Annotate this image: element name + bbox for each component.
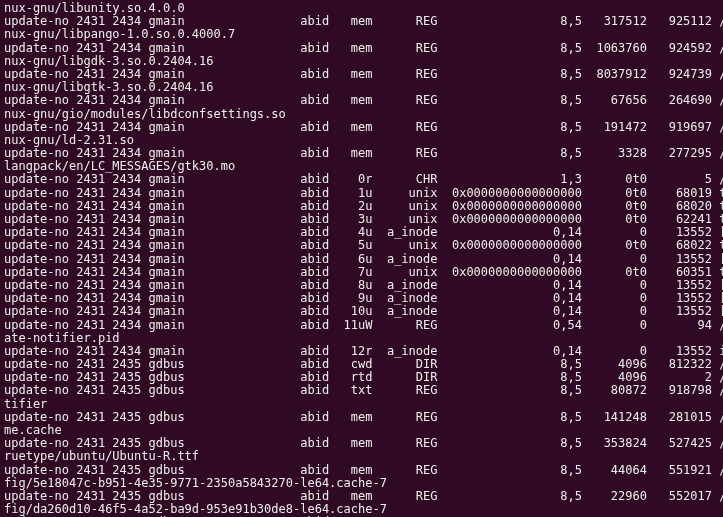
lsof-row: nux-gnu/libgdk-3.so.0.2404.16	[4, 55, 719, 68]
lsof-row: nux-gnu/gio/modules/libdconfsettings.so	[4, 108, 719, 121]
lsof-row: update-no 2431 2435 gdbus abid mem REG 8…	[4, 464, 719, 477]
lsof-row: update-no 2431 2434 gmain abid 11uW REG …	[4, 319, 719, 332]
lsof-row: update-no 2431 2434 gmain abid 5u unix 0…	[4, 239, 719, 252]
lsof-row: update-no 2431 2434 gmain abid 7u unix 0…	[4, 266, 719, 279]
lsof-row: update-no 2431 2434 gmain abid mem REG 8…	[4, 94, 719, 107]
lsof-row: update-no 2431 2435 gdbus abid txt REG 8…	[4, 384, 719, 397]
lsof-row: update-no 2431 2434 gmain abid 0r CHR 1,…	[4, 173, 719, 186]
lsof-row: update-no 2431 2434 gmain abid mem REG 8…	[4, 42, 719, 55]
lsof-row: update-no 2431 2434 gmain abid mem REG 8…	[4, 121, 719, 134]
lsof-row: ate-notifier.pid	[4, 332, 719, 345]
lsof-row: update-no 2431 2434 gmain abid 1u unix 0…	[4, 187, 719, 200]
lsof-row: update-no 2431 2435 gdbus abid mem REG 8…	[4, 411, 719, 424]
lsof-row: update-no 2431 2434 gmain abid 6u a_inod…	[4, 253, 719, 266]
lsof-row: nux-gnu/libpango-1.0.so.0.4000.7	[4, 28, 719, 41]
lsof-row: update-no 2431 2434 gmain abid 10u a_ino…	[4, 305, 719, 318]
lsof-row: ruetype/ubuntu/Ubuntu-R.ttf	[4, 450, 719, 463]
lsof-row: fig/5e18047c-b951-4e35-9771-2350a5843270…	[4, 477, 719, 490]
lsof-row: tifier	[4, 398, 719, 411]
terminal-output: nux-gnu/libunity.so.4.0.0update-no 2431 …	[0, 0, 723, 517]
